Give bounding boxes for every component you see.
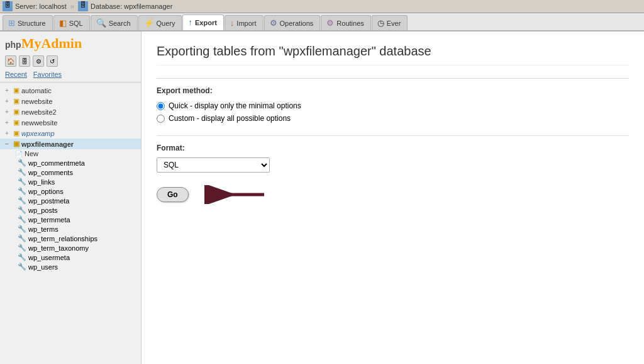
table-icon-usermeta: 🔧 bbox=[18, 253, 26, 261]
sidebar-item-wp-term-taxonomy[interactable]: 🔧 wp_term_taxonomy bbox=[0, 243, 141, 253]
table-label-commentmeta: wp_commentmeta bbox=[28, 159, 85, 167]
pma-icon-bar: 🏠 🗄 ⚙ ↺ bbox=[0, 54, 141, 69]
recent-link[interactable]: Recent bbox=[5, 71, 27, 78]
format-select[interactable]: SQL CSV CSV for MS Excel JSON XML PDF bbox=[157, 157, 270, 173]
format-section: Format: SQL CSV CSV for MS Excel JSON XM… bbox=[157, 144, 629, 173]
tab-search[interactable]: 🔍 Search bbox=[91, 15, 138, 30]
sidebar-item-automatic[interactable]: + ▣ automatic bbox=[0, 85, 141, 96]
radio-custom-input[interactable] bbox=[157, 115, 165, 123]
sidebar-item-wp-usermeta[interactable]: 🔧 wp_usermeta bbox=[0, 253, 141, 262]
structure-icon: ⊞ bbox=[8, 18, 15, 28]
sidebar-item-wp-terms[interactable]: 🔧 wp_terms bbox=[0, 224, 141, 234]
favorites-link[interactable]: Favorites bbox=[33, 71, 62, 78]
tab-structure[interactable]: ⊞ Structure bbox=[3, 15, 53, 30]
table-icon-term-taxonomy: 🔧 bbox=[18, 244, 26, 252]
tab-query[interactable]: ⚡ Query bbox=[138, 15, 182, 30]
sidebar-item-new[interactable]: 📄 New bbox=[0, 149, 141, 158]
table-icon-comments: 🔧 bbox=[18, 168, 26, 176]
radio-custom-label: Custom - display all possible options bbox=[169, 114, 291, 123]
tab-import[interactable]: ↓ Import bbox=[225, 15, 264, 30]
sidebar-item-newebsite2[interactable]: + ▣ newebsite2 bbox=[0, 106, 141, 117]
refresh-icon-btn[interactable]: ↺ bbox=[47, 55, 58, 67]
arrow-indicator bbox=[195, 185, 270, 204]
tab-query-label: Query bbox=[157, 20, 175, 27]
expand-newwebsite-icon: + bbox=[5, 119, 11, 126]
db-label-newebsite: newebsite bbox=[21, 98, 53, 105]
export-method-label: Export method: bbox=[157, 86, 629, 95]
recent-fav-bar: Recent Favorites bbox=[0, 69, 141, 81]
tab-operations[interactable]: ⚙ Operations bbox=[264, 15, 321, 30]
table-icon-options: 🔧 bbox=[18, 187, 26, 195]
tab-sql[interactable]: ◧ SQL bbox=[53, 15, 90, 30]
expand-newebsite2-icon: + bbox=[5, 108, 11, 115]
go-button[interactable]: Go bbox=[157, 187, 189, 202]
db-tree: + ▣ automatic + ▣ newebsite + ▣ newebsit… bbox=[0, 84, 141, 273]
sidebar-item-wp-postmeta[interactable]: 🔧 wp_postmeta bbox=[0, 196, 141, 205]
tab-sql-label: SQL bbox=[69, 20, 83, 27]
sidebar-item-wpxfilemanager[interactable]: − ▣ wpxfilemanager bbox=[0, 139, 141, 149]
table-label-posts: wp_posts bbox=[28, 207, 57, 214]
expand-automatic-icon: + bbox=[5, 87, 11, 94]
table-icon-term-relationships: 🔧 bbox=[18, 234, 26, 242]
tab-search-label: Search bbox=[109, 20, 131, 27]
sidebar-item-wpxexamp[interactable]: + ▣ wpxexamp bbox=[0, 128, 141, 139]
query-icon: ⚡ bbox=[144, 18, 154, 28]
sidebar-item-wp-options[interactable]: 🔧 wp_options bbox=[0, 186, 141, 196]
format-label: Format: bbox=[157, 144, 629, 152]
tab-events[interactable]: ◷ Ever bbox=[372, 15, 408, 30]
tab-structure-label: Structure bbox=[18, 20, 46, 27]
db-icon-wpxfilemanager: ▣ bbox=[13, 140, 19, 148]
title-bar: 🗄 Server: localhost » 🗄 Database: wpxfil… bbox=[0, 0, 644, 13]
server-label: Server: localhost bbox=[15, 3, 67, 10]
expand-wpxexamp-icon: + bbox=[5, 130, 11, 137]
tab-routines[interactable]: ⚙ Routines bbox=[321, 15, 370, 30]
sidebar-item-wp-links[interactable]: 🔧 wp_links bbox=[0, 177, 141, 186]
sidebar-item-newebsite[interactable]: + ▣ newebsite bbox=[0, 96, 141, 106]
db-icon-newebsite2: ▣ bbox=[13, 108, 19, 116]
breadcrumb-sep: » bbox=[70, 3, 74, 10]
tab-bar: ⊞ Structure ◧ SQL 🔍 Search ⚡ Query ↑ Exp… bbox=[0, 13, 644, 31]
sidebar-item-newwebsite[interactable]: + ▣ newwebsite bbox=[0, 117, 141, 128]
db-label-automatic: automatic bbox=[21, 87, 52, 94]
sidebar-item-wp-posts[interactable]: 🔧 wp_posts bbox=[0, 205, 141, 215]
content-area: Exporting tables from "wpxfilemanager" d… bbox=[142, 31, 644, 364]
db-label-newebsite2: newebsite2 bbox=[21, 108, 57, 116]
tab-operations-label: Operations bbox=[280, 20, 314, 27]
logo-myadmin: MyAdmin bbox=[21, 35, 82, 51]
sidebar-item-wp-term-relationships[interactable]: 🔧 wp_term_relationships bbox=[0, 234, 141, 243]
sql-icon: ◧ bbox=[59, 18, 67, 28]
sidebar-divider bbox=[0, 82, 141, 82]
radio-custom-option[interactable]: Custom - display all possible options bbox=[157, 114, 629, 123]
db-icon: 🗄 bbox=[78, 1, 88, 11]
radio-quick-label: Quick - display only the minimal options bbox=[169, 101, 301, 110]
db-label-wpxexamp: wpxexamp bbox=[21, 130, 55, 137]
db-label-newwebsite: newwebsite bbox=[21, 119, 57, 127]
table-label-users: wp_users bbox=[28, 263, 58, 271]
radio-quick-input[interactable] bbox=[157, 102, 165, 110]
title-divider bbox=[157, 78, 629, 79]
title-icon: 🗄 bbox=[3, 1, 13, 11]
export-icon: ↑ bbox=[188, 18, 192, 27]
home-icon-btn[interactable]: 🏠 bbox=[5, 55, 16, 67]
expand-wpxfilemanager-icon: − bbox=[5, 140, 11, 147]
import-icon: ↓ bbox=[230, 18, 235, 28]
table-icon-posts: 🔧 bbox=[18, 206, 26, 214]
table-label-usermeta: wp_usermeta bbox=[28, 254, 70, 261]
database-label: Database: wpxfilemanager bbox=[91, 3, 172, 10]
settings-icon-btn[interactable]: ⚙ bbox=[33, 55, 44, 67]
sidebar: phpMyAdmin 🏠 🗄 ⚙ ↺ Recent Favorites + ▣ … bbox=[0, 31, 142, 364]
page-title: Exporting tables from "wpxfilemanager" d… bbox=[157, 44, 629, 65]
table-icon-links: 🔧 bbox=[18, 178, 26, 186]
sidebar-item-wp-termmeta[interactable]: 🔧 wp_termmeta bbox=[0, 215, 141, 224]
sidebar-item-wp-commentmeta[interactable]: 🔧 wp_commentmeta bbox=[0, 158, 141, 168]
table-label-options: wp_options bbox=[28, 188, 64, 195]
table-label-terms: wp_terms bbox=[28, 225, 58, 233]
db-icon-btn[interactable]: 🗄 bbox=[19, 55, 30, 67]
sidebar-item-wp-comments[interactable]: 🔧 wp_comments bbox=[0, 168, 141, 177]
sidebar-item-wp-users[interactable]: 🔧 wp_users bbox=[0, 262, 141, 271]
radio-quick-option[interactable]: Quick - display only the minimal options bbox=[157, 101, 629, 110]
db-label-wpxfilemanager: wpxfilemanager bbox=[21, 140, 74, 148]
table-icon-postmeta: 🔧 bbox=[18, 196, 26, 205]
table-label-postmeta: wp_postmeta bbox=[28, 197, 69, 205]
tab-export[interactable]: ↑ Export bbox=[182, 14, 223, 30]
